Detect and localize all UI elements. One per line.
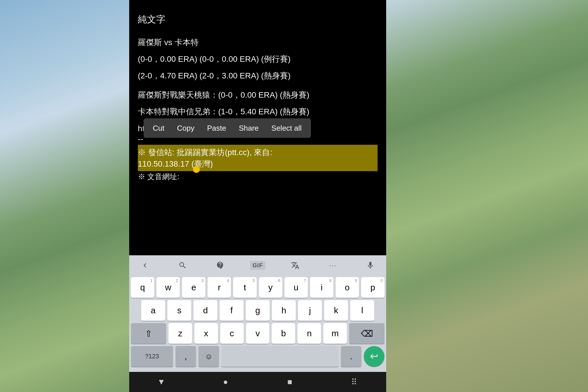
key-c[interactable]: c <box>220 323 244 344</box>
spacer <box>129 182 386 255</box>
key-comma[interactable]: , <box>175 346 196 367</box>
key-k[interactable]: k <box>324 300 348 321</box>
search-icon <box>178 261 187 270</box>
key-emoji[interactable]: ☺ <box>198 346 219 367</box>
enter-icon <box>370 352 379 361</box>
cut-menu-item[interactable]: Cut <box>146 124 171 133</box>
keyboard-back-button[interactable] <box>135 258 155 273</box>
key-enter[interactable] <box>364 346 384 367</box>
translate-icon <box>291 261 299 270</box>
content-line-1: 羅傑斯 vs 卡本特 <box>138 36 378 49</box>
key-p[interactable]: 0p <box>361 277 384 298</box>
key-y[interactable]: 6y <box>259 277 282 298</box>
selection-area: Cut Copy Paste Share Select all https --… <box>129 121 386 182</box>
key-a[interactable]: a <box>141 300 165 321</box>
key-h[interactable]: h <box>272 300 296 321</box>
content-line-3: (2-0，4.70 ERA) (2-0，3.00 ERA) (熱身賽) <box>138 69 378 83</box>
key-r[interactable]: 4r <box>208 277 231 298</box>
key-l[interactable]: l <box>350 300 374 321</box>
sticker-icon <box>216 261 225 270</box>
key-e[interactable]: 3e <box>182 277 205 298</box>
content-line-5: 卡本特對戰中信兄弟：(1-0，5.40 ERA) (熱身賽) <box>138 105 378 119</box>
copy-menu-item[interactable]: Copy <box>171 124 201 133</box>
selected-text-block[interactable]: ※ 發信站: 批踢踢實業坊(ptt.cc), 來自: 110.50.138.17… <box>138 145 378 171</box>
mic-icon <box>366 261 375 270</box>
keyboard: 1q 2w 3e 4r 5t 6y 7u 8i 9o 0p a s d f g … <box>129 275 386 372</box>
back-icon <box>141 261 149 270</box>
app-title: 純文字 <box>138 11 378 27</box>
keyboard-toolbar: GIF ··· <box>129 255 386 275</box>
key-x[interactable]: x <box>194 323 218 344</box>
key-j[interactable]: j <box>298 300 322 321</box>
key-b[interactable]: b <box>272 323 295 344</box>
key-q[interactable]: 1q <box>131 277 154 298</box>
selected-line-2: 110.50.138.17 (臺灣) <box>138 159 213 169</box>
search-toolbar-button[interactable] <box>173 258 193 273</box>
key-t[interactable]: 5t <box>233 277 256 298</box>
selected-line-1: ※ 發信站: 批踢踢實業坊(ptt.cc), 來自: <box>138 146 378 159</box>
key-o[interactable]: 9o <box>336 277 359 298</box>
nav-recents-button[interactable]: ■ <box>278 375 301 389</box>
more-toolbar-button[interactable]: ··· <box>323 258 343 273</box>
nav-home-button[interactable]: ● <box>214 375 237 389</box>
key-d[interactable]: d <box>194 300 217 321</box>
select-all-menu-item[interactable]: Select all <box>265 124 308 133</box>
gif-toolbar-button[interactable]: GIF <box>247 258 268 273</box>
key-period[interactable]: . <box>341 346 361 367</box>
translate-toolbar-button[interactable] <box>285 258 305 273</box>
key-shift[interactable]: ⇧ <box>131 323 166 344</box>
text-content-area: 純文字 羅傑斯 vs 卡本特 (0-0，0.00 ERA) (0-0，0.00 … <box>129 0 386 121</box>
key-123[interactable]: ?123 <box>131 346 173 367</box>
paste-menu-item[interactable]: Paste <box>201 124 233 133</box>
key-z[interactable]: z <box>169 323 192 344</box>
nav-back-button[interactable]: ▼ <box>150 375 173 389</box>
key-u[interactable]: 7u <box>285 277 308 298</box>
keyboard-row-3: ⇧ z x c v b n m ⌫ <box>131 323 384 344</box>
key-space[interactable] <box>221 346 339 367</box>
key-i[interactable]: 8i <box>310 277 333 298</box>
key-v[interactable]: v <box>246 323 270 344</box>
sticker-toolbar-button[interactable] <box>210 258 230 273</box>
asterisk-line: ※ 文音網址: <box>138 171 378 182</box>
more-icon: ··· <box>329 261 336 269</box>
key-n[interactable]: n <box>297 323 321 344</box>
key-w[interactable]: 2w <box>156 277 180 298</box>
mic-toolbar-button[interactable] <box>360 258 380 273</box>
context-menu: Cut Copy Paste Share Select all <box>144 118 311 138</box>
share-menu-item[interactable]: Share <box>233 124 265 133</box>
nav-bar: ▼ ● ■ ⠿ <box>129 372 386 392</box>
nav-keyboard-button[interactable]: ⠿ <box>343 375 365 389</box>
key-f[interactable]: f <box>220 300 243 321</box>
phone-frame: 純文字 羅傑斯 vs 卡本特 (0-0，0.00 ERA) (0-0，0.00 … <box>129 0 386 392</box>
keyboard-row-1: 1q 2w 3e 4r 5t 6y 7u 8i 9o 0p <box>131 277 384 298</box>
key-s[interactable]: s <box>167 300 191 321</box>
content-line-4: 羅傑斯對戰樂天桃猿：(0-0，0.00 ERA) (熱身賽) <box>138 88 378 102</box>
key-g[interactable]: g <box>246 300 270 321</box>
gif-label: GIF <box>250 261 265 270</box>
key-delete[interactable]: ⌫ <box>349 323 384 344</box>
key-m[interactable]: m <box>323 323 347 344</box>
keyboard-row-2: a s d f g h j k l <box>131 300 384 321</box>
content-line-2: (0-0，0.00 ERA) (0-0，0.00 ERA) (例行賽) <box>138 52 378 66</box>
keyboard-row-4: ?123 , ☺ . <box>131 346 384 367</box>
